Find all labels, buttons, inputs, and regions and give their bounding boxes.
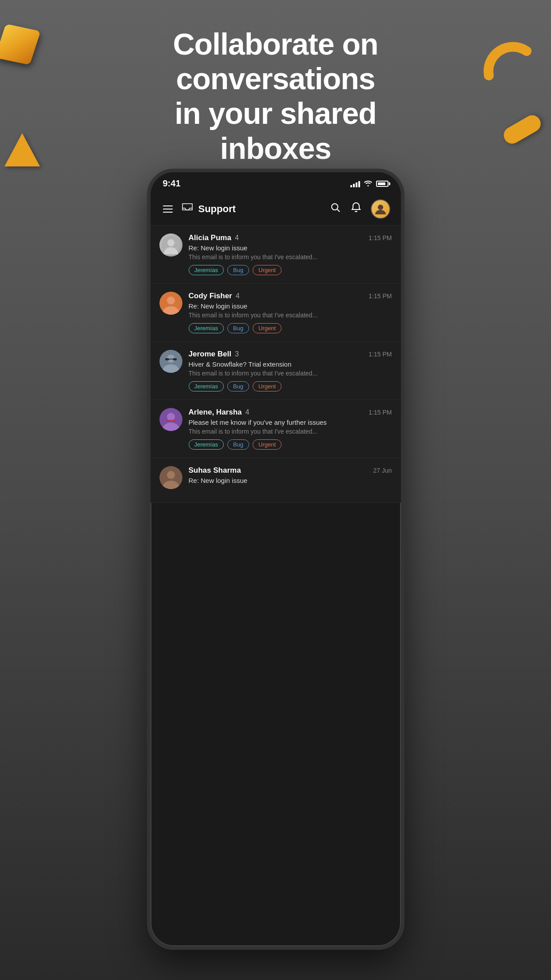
- tag-urgent: Urgent: [253, 265, 281, 275]
- conv-content: Arlene, Harsha 4 1:15 PM Please let me k…: [189, 408, 392, 450]
- status-icons: [350, 179, 388, 188]
- signal-bar-1: [350, 185, 352, 187]
- conv-header-row: Alicia Puma 4 1:15 PM: [189, 233, 392, 242]
- conv-name: Suhas Sharma: [189, 466, 241, 475]
- conv-header-row: Suhas Sharma 27 Jun: [189, 466, 392, 475]
- conv-name-count: Suhas Sharma: [189, 466, 241, 475]
- svg-point-20: [167, 471, 175, 479]
- conv-tags: Jeremías Bug Urgent: [189, 439, 392, 450]
- tag-bug: Bug: [227, 323, 249, 333]
- conv-name: Jerome Bell: [189, 350, 231, 359]
- tag-bug: Bug: [227, 439, 249, 450]
- conv-name: Cody Fisher: [189, 292, 232, 300]
- conv-subject: Re: New login issue: [189, 244, 392, 252]
- hero-title-line3: in your shared inboxes: [174, 96, 377, 165]
- conv-name-count: Cody Fisher 4: [189, 292, 240, 300]
- tag-jeremias: Jeremías: [189, 323, 224, 333]
- decorative-shape-mid-right: [498, 102, 551, 160]
- conv-name: Alicia Puma: [189, 233, 231, 242]
- svg-point-9: [162, 236, 180, 254]
- svg-line-3: [337, 209, 340, 212]
- decorative-shape-top-right: [476, 36, 533, 89]
- signal-bar-4: [358, 181, 360, 187]
- tag-bug: Bug: [227, 381, 249, 391]
- hero-text: Collaborate on conversations in your sha…: [120, 27, 431, 166]
- svg-point-18: [167, 413, 175, 421]
- hamburger-line-3: [163, 212, 173, 213]
- conv-time: 1:15 PM: [369, 409, 392, 416]
- conv-name: Arlene, Harsha: [189, 408, 242, 417]
- conv-count: 4: [235, 234, 239, 242]
- conversation-item[interactable]: Suhas Sharma 27 Jun Re: New login issue: [151, 458, 401, 503]
- conv-preview: This email is to inform you that I've es…: [189, 253, 392, 261]
- conv-subject: Re: New login issue: [189, 302, 392, 310]
- conv-content: Alicia Puma 4 1:15 PM Re: New login issu…: [189, 233, 392, 275]
- tag-urgent: Urgent: [253, 439, 281, 450]
- hamburger-line-2: [163, 209, 173, 209]
- tag-urgent: Urgent: [253, 381, 281, 391]
- conv-subject: Re: New login issue: [189, 477, 392, 484]
- tag-jeremias: Jeremías: [189, 439, 224, 450]
- hamburger-menu-button[interactable]: [161, 204, 174, 214]
- svg-rect-15: [173, 358, 177, 360]
- conv-header-row: Arlene, Harsha 4 1:15 PM: [189, 408, 392, 417]
- hero-title: Collaborate on: [173, 27, 378, 61]
- conv-tags: Jeremías Bug Urgent: [189, 323, 392, 333]
- conv-preview: This email is to inform you that I've es…: [189, 312, 392, 319]
- tag-jeremias: Jeremías: [189, 265, 224, 275]
- conv-time: 1:15 PM: [369, 351, 392, 358]
- decorative-shape-mid-left: [0, 129, 49, 178]
- avatar-cody: [159, 292, 182, 315]
- tag-jeremias: Jeremías: [189, 381, 224, 391]
- conv-tags: Jeremías Bug Urgent: [189, 381, 392, 391]
- conv-name-count: Alicia Puma 4: [189, 233, 239, 242]
- conv-content: Cody Fisher 4 1:15 PM Re: New login issu…: [189, 292, 392, 333]
- avatar-arlene: [159, 408, 182, 431]
- conv-count: 4: [236, 292, 240, 300]
- svg-rect-5: [378, 207, 380, 208]
- conv-subject: Hiver & Snowflake? Trial extension: [189, 360, 392, 368]
- avatar-jerome: [159, 350, 182, 373]
- svg-rect-6: [381, 207, 383, 208]
- signal-bar-2: [353, 184, 355, 187]
- status-time: 9:41: [163, 178, 181, 189]
- tag-bug: Bug: [227, 265, 249, 275]
- svg-rect-14: [165, 358, 169, 360]
- conv-time: 27 Jun: [373, 467, 392, 474]
- conversation-item[interactable]: Cody Fisher 4 1:15 PM Re: New login issu…: [151, 284, 401, 342]
- conv-header-row: Cody Fisher 4 1:15 PM: [189, 292, 392, 300]
- conv-preview: This email is to inform you that I've es…: [189, 428, 392, 435]
- conversation-list: Alicia Puma 4 1:15 PM Re: New login issu…: [151, 225, 401, 503]
- conv-name-count: Jerome Bell 3: [189, 350, 239, 359]
- user-avatar[interactable]: [371, 199, 390, 219]
- conv-count: 3: [235, 350, 239, 358]
- conversation-item[interactable]: Jerome Bell 3 1:15 PM Hiver & Snowflake?…: [151, 342, 401, 400]
- notification-button[interactable]: [350, 202, 362, 217]
- conv-time: 1:15 PM: [369, 234, 392, 241]
- conv-header-row: Jerome Bell 3 1:15 PM: [189, 350, 392, 359]
- svg-marker-0: [4, 133, 40, 166]
- background: Collaborate on conversations in your sha…: [0, 0, 551, 980]
- svg-rect-1: [501, 112, 544, 147]
- search-button[interactable]: [330, 202, 341, 216]
- conversation-item[interactable]: Arlene, Harsha 4 1:15 PM Please let me k…: [151, 400, 401, 458]
- hero-title-line2: conversations: [176, 62, 375, 95]
- conv-count: 4: [246, 408, 250, 416]
- conv-subject: Please let me know if you've any further…: [189, 419, 392, 426]
- inbox-icon: [182, 203, 193, 215]
- decorative-shape-top-left: [0, 18, 49, 71]
- signal-bar-3: [356, 182, 357, 187]
- conv-content: Jerome Bell 3 1:15 PM Hiver & Snowflake?…: [189, 350, 392, 391]
- conv-tags: Jeremías Bug Urgent: [189, 265, 392, 275]
- phone-frame: 9:41: [147, 169, 404, 950]
- avatar-alicia: [159, 233, 182, 257]
- conv-content: Suhas Sharma 27 Jun Re: New login issue: [189, 466, 392, 486]
- status-bar: 9:41: [151, 172, 401, 193]
- conversation-item[interactable]: Alicia Puma 4 1:15 PM Re: New login issu…: [151, 225, 401, 284]
- svg-point-2: [332, 204, 338, 210]
- hamburger-line-1: [163, 205, 173, 206]
- header-actions: [330, 199, 390, 219]
- wifi-icon: [364, 179, 373, 188]
- header-title: Support: [198, 203, 325, 215]
- tag-urgent: Urgent: [253, 323, 281, 333]
